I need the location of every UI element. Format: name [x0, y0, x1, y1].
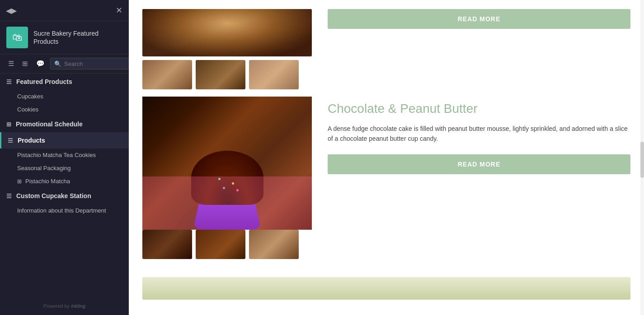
products-label: Products: [18, 137, 45, 144]
brand-label: Inkling: [71, 303, 85, 309]
scrollbar-track: [640, 0, 644, 315]
scrollbar-thumb[interactable]: [640, 142, 644, 178]
pistachio-matcha-label: Pistachio Matcha: [25, 178, 70, 185]
sidebar: ◀▶ ✕ 🛍 Sucre Bakery Featured Products ☰ …: [0, 0, 129, 315]
sidebar-toolbar: ☰ ⊞ 💬 🔍 ✕: [0, 54, 129, 74]
nav-section-promotional: ⊞ Promotional Schedule: [0, 116, 129, 132]
powered-by-label: Powered by: [43, 303, 70, 309]
nav-item-cupcakes[interactable]: Cupcakes: [0, 90, 129, 103]
choc-pb-main-image: [142, 97, 312, 230]
search-input[interactable]: [64, 60, 129, 67]
cupcake-thumb-2[interactable]: [196, 60, 245, 89]
shopping-bag-icon: 🛍: [12, 32, 22, 43]
card-view-button[interactable]: ⊞: [19, 58, 31, 69]
choc-pb-thumb-3[interactable]: [249, 230, 299, 259]
choc-pb-thumb-1[interactable]: [142, 230, 192, 259]
nav-item-cookies[interactable]: Cookies: [0, 103, 129, 116]
choc-peanut-butter-card: Chocolate & Peanut Butter A dense fudge …: [142, 97, 630, 259]
top-product-card: READ MORE: [142, 9, 630, 89]
nav-custom-cupcake-station[interactable]: ☰ Custom Cupcake Station: [0, 188, 129, 204]
product-description: A dense fudge chocolate cake is filled w…: [328, 124, 630, 144]
nav-section-featured-products: ☰ Featured Products Cupcakes Cookies: [0, 74, 129, 116]
featured-products-icon: ☰: [6, 79, 12, 85]
close-button[interactable]: ✕: [116, 6, 122, 14]
read-more-button[interactable]: READ MORE: [328, 154, 630, 174]
sidebar-header: ◀▶ ✕: [0, 0, 129, 21]
nav-section-cupcake-station: ☰ Custom Cupcake Station Information abo…: [0, 188, 129, 217]
app-icon: 🛍: [6, 27, 28, 48]
app-title-row: 🛍 Sucre Bakery Featured Products: [0, 21, 129, 54]
app-title: Sucre Bakery Featured Products: [33, 29, 122, 46]
cupcake-station-icon: ☰: [6, 193, 12, 199]
pistachio-matcha-icon: ⊞: [17, 178, 22, 185]
list-icon: ☰: [8, 60, 14, 67]
nav-products[interactable]: ☰ Products: [0, 132, 129, 148]
sidebar-footer: Powered by Inkling: [0, 297, 129, 315]
top-product-info: READ MORE: [328, 9, 630, 29]
nav-featured-products[interactable]: ☰ Featured Products: [0, 74, 129, 90]
cupcake-thumb-1[interactable]: [142, 60, 192, 89]
promotional-label: Promotional Schedule: [16, 120, 83, 128]
promotional-icon: ⊞: [6, 121, 11, 128]
cookie-preview-bar: [142, 277, 630, 300]
choc-pb-info: Chocolate & Peanut Butter A dense fudge …: [328, 97, 630, 174]
search-icon: 🔍: [54, 60, 61, 67]
choc-pb-images: [142, 97, 314, 259]
comment-icon: 💬: [36, 60, 45, 67]
choc-pb-thumb-row: [142, 230, 314, 259]
products-icon: ☰: [8, 137, 13, 144]
nav-item-pistachio-matcha[interactable]: ⊞ Pistachio Matcha: [0, 175, 129, 188]
nav-promotional-schedule[interactable]: ⊞ Promotional Schedule: [0, 116, 129, 132]
product-section: READ MORE: [129, 0, 644, 309]
top-thumb-row: [142, 60, 314, 89]
main-content: READ MORE: [129, 0, 644, 315]
nav-section-products: ☰ Products Pistachio Matcha Tea Cookies …: [0, 132, 129, 188]
card-icon: ⊞: [22, 60, 28, 67]
list-view-button[interactable]: ☰: [5, 58, 17, 69]
search-box: 🔍 ✕: [50, 58, 129, 69]
choc-pb-thumb-2[interactable]: [196, 230, 245, 259]
nav-item-seasonal-packaging[interactable]: Seasonal Packaging: [0, 162, 129, 175]
top-main-cupcake-image: [142, 9, 312, 56]
product-title: Chocolate & Peanut Butter: [328, 101, 630, 116]
cupcake-thumb-3[interactable]: [249, 60, 299, 89]
featured-products-label: Featured Products: [16, 78, 72, 85]
top-read-more-button[interactable]: READ MORE: [328, 9, 630, 29]
logo-icon: ◀▶: [6, 5, 16, 15]
nav-item-dept-info[interactable]: Information about this Department: [0, 204, 129, 217]
nav-item-pistachio-matcha-cookies[interactable]: Pistachio Matcha Tea Cookies: [0, 148, 129, 162]
sidebar-logo: ◀▶: [6, 5, 16, 15]
top-product-images: [142, 9, 314, 89]
comment-button[interactable]: 💬: [33, 58, 47, 69]
cupcake-station-label: Custom Cupcake Station: [16, 192, 91, 199]
